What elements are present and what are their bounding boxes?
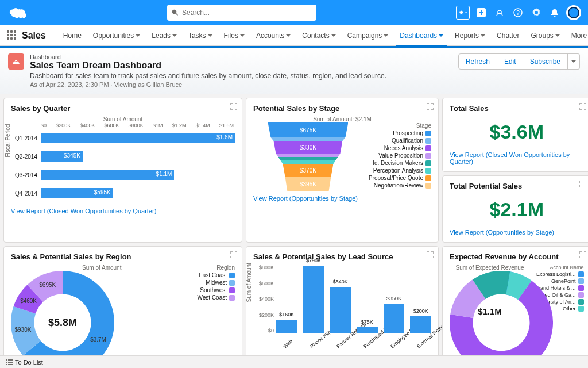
todo-list-button[interactable]: To Do List [15, 359, 43, 366]
nav-more[interactable]: More [566, 25, 588, 46]
nav-files[interactable]: Files [218, 25, 250, 46]
funnel-segment[interactable] [280, 160, 335, 164]
subscribe-button[interactable]: Subscribe [523, 53, 568, 70]
nav-home[interactable]: Home [57, 25, 87, 46]
chevron-down-icon [465, 11, 467, 14]
vbar[interactable]: $790KPhone Inquiry [303, 266, 324, 334]
vbar[interactable]: $540KPartner Referral [330, 287, 351, 334]
card-title: Expected Revenue by Account [450, 252, 584, 261]
funnel-segment[interactable] [276, 154, 340, 157]
y-axis-title: Sum of Amount [246, 263, 252, 302]
slice-label: $3.7M [90, 336, 106, 343]
nav-contacts[interactable]: Contacts [296, 25, 341, 46]
bar-value: $790K [306, 258, 321, 263]
hbar[interactable]: $1.1M [41, 170, 174, 180]
funnel-segment[interactable] [270, 137, 345, 141]
legend-item: Needs Analysis [369, 145, 431, 151]
view-report-link[interactable]: View Report (Opportunities by Stage) [253, 195, 358, 202]
expand-icon[interactable] [427, 103, 434, 110]
card-title: Total Potential Sales [450, 182, 584, 190]
expand-icon[interactable] [579, 181, 586, 187]
setup-gear-icon[interactable] [529, 6, 543, 20]
card-title: Sales & Potential Sales by Region [11, 252, 235, 261]
app-name: Sales [22, 30, 46, 41]
global-search[interactable] [167, 5, 316, 21]
add-button[interactable] [474, 6, 488, 20]
hbar-row: Q2-2014$345K [11, 149, 235, 164]
funnel-chart: $675K$330K$370K$395K [253, 122, 363, 191]
donut-subtitle: Sum of Expected Revenue [450, 264, 530, 271]
donut-center-value: $5.8M [48, 317, 77, 329]
nav-accounts[interactable]: Accounts [250, 25, 296, 46]
legend-item: East Coast [198, 272, 235, 278]
card-potential-sales-stage: Potential Sales by Stage Sum of Amount: … [246, 98, 439, 243]
hbar[interactable]: $345K [41, 151, 83, 162]
category-label: Web [282, 338, 293, 349]
hbar[interactable]: $595K [41, 188, 113, 198]
nav-tasks[interactable]: Tasks [183, 25, 218, 46]
legend-item: Southwest [198, 287, 235, 293]
nav-campaigns[interactable]: Campaigns [342, 25, 394, 46]
expand-icon[interactable] [427, 251, 434, 258]
guidance-icon[interactable] [493, 6, 506, 20]
search-input[interactable] [182, 9, 312, 17]
nav-groups[interactable]: Groups [525, 25, 565, 46]
expand-icon[interactable] [579, 103, 586, 110]
more-actions-button[interactable] [568, 53, 580, 70]
funnel-segment[interactable] [278, 157, 338, 160]
vbar[interactable]: $350KEmployee Referral [384, 304, 405, 334]
svg-text:?: ? [516, 10, 520, 16]
page-description: Dashboard for sales team to track past s… [30, 72, 386, 80]
hbar[interactable]: $1.6M [41, 133, 235, 143]
expand-icon[interactable] [230, 251, 237, 258]
vbar[interactable]: $75KPurchased List [357, 327, 378, 334]
edit-button[interactable]: Edit [497, 53, 523, 70]
view-report-link[interactable]: View Report (Closed Won Opportunities by… [450, 151, 584, 165]
header-utility-icons: ? [456, 5, 581, 20]
expand-icon[interactable] [579, 251, 586, 258]
card-title: Sales & Potential Sales by Lead Source [253, 252, 431, 261]
legend-item: Midwest [198, 279, 235, 286]
slice-label: $460K [20, 298, 37, 304]
donut-chart: $1.1M [450, 271, 530, 351]
hbar-chart: Fiscal Period Q1-2014$1.6MQ2-2014$345KQ3… [11, 131, 235, 201]
hbar-row: Q1-2014$1.6M [11, 131, 235, 145]
vbar[interactable]: $200KExternal Referral [410, 316, 431, 334]
help-icon[interactable]: ? [511, 6, 525, 20]
expand-icon[interactable] [230, 103, 237, 110]
right-column: Total Sales $3.6M View Report (Closed Wo… [442, 98, 588, 243]
card-total-sales: Total Sales $3.6M View Report (Closed Wo… [442, 98, 588, 172]
nav-leads[interactable]: Leads [146, 25, 183, 46]
list-icon [6, 359, 13, 366]
funnel-segment[interactable]: $370K [283, 164, 333, 177]
vbar[interactable]: $160KWeb [276, 320, 297, 334]
user-avatar[interactable] [566, 5, 581, 20]
category-label: Q2-2014 [11, 154, 41, 160]
nav-opportunities[interactable]: Opportunities [87, 25, 146, 46]
app-launcher-icon[interactable] [7, 30, 16, 41]
refresh-button[interactable]: Refresh [458, 53, 497, 70]
bar-value: $350K [386, 296, 401, 301]
category-label: Q4-2014 [11, 190, 41, 197]
donut-chart: $5.8M $3.7M$930K$460K$695K [11, 271, 114, 358]
view-report-link[interactable]: View Report (Opportunities by Stage) [450, 229, 554, 236]
notifications-bell-icon[interactable] [548, 6, 562, 20]
object-label: Dashboard [30, 53, 386, 60]
funnel-segment[interactable]: $330K [273, 141, 342, 154]
dashboard-object-icon [8, 53, 24, 70]
page-meta: As of Apr 22, 2023, 2:30 PM · Viewing as… [30, 81, 386, 88]
funnel-segment[interactable]: $675K [268, 122, 348, 137]
card-sales-by-quarter: Sales by Quarter Sum of Amount $0$200K$4… [3, 98, 242, 243]
legend-item: Negotiation/Review [369, 182, 431, 189]
nav-dashboards[interactable]: Dashboards [394, 25, 449, 46]
bar-value: $540K [333, 279, 348, 285]
y-axis-title: Fiscal Period [5, 124, 11, 158]
funnel-segment[interactable]: $395K [285, 177, 331, 191]
view-report-link[interactable]: View Report (Closed Won Opportunities by… [11, 208, 156, 214]
nav-reports[interactable]: Reports [449, 25, 491, 46]
favorites-button[interactable] [456, 6, 470, 20]
nav-chatter[interactable]: Chatter [491, 25, 525, 46]
bar-value: $1.1M [156, 171, 172, 177]
region-legend: Region East CoastMidwestSouthwestWest Co… [198, 264, 235, 302]
donut-center-value: $1.1M [478, 306, 502, 316]
